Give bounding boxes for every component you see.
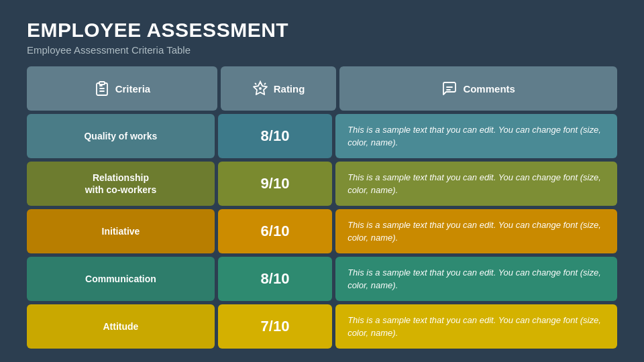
rating-value-2: 9/10 xyxy=(261,175,290,192)
rating-cell-4: 8/10 xyxy=(218,257,332,301)
table-row-2: Relationshipwith co-workers 9/10 This is… xyxy=(27,162,617,206)
clipboard-icon xyxy=(94,80,110,97)
header-comments: Comments xyxy=(339,66,617,111)
header-criteria: Criteria xyxy=(27,66,217,111)
comments-text-2: This is a sample text that you can edit.… xyxy=(347,171,605,197)
header-rating: Rating xyxy=(221,66,336,111)
rating-value-5: 7/10 xyxy=(261,318,290,335)
criteria-cell-2: Relationshipwith co-workers xyxy=(27,162,215,206)
comments-text-4: This is a sample text that you can edit.… xyxy=(347,266,605,292)
comments-text-5: This is a sample text that you can edit.… xyxy=(347,314,605,340)
rating-cell-1: 8/10 xyxy=(218,114,332,158)
table-row-4: Communication 8/10 This is a sample text… xyxy=(27,257,617,301)
svg-line-8 xyxy=(255,84,256,84)
assessment-table: Criteria Rating Comments xyxy=(27,66,617,349)
header-comments-label: Comments xyxy=(463,83,515,95)
header-rating-label: Rating xyxy=(274,83,305,95)
table-row-5: Attitude 7/10 This is a sample text that… xyxy=(27,304,617,349)
header-criteria-label: Criteria xyxy=(115,83,151,95)
rating-value-4: 8/10 xyxy=(261,270,290,288)
comments-cell-1: This is a sample text that you can edit.… xyxy=(335,114,617,158)
rating-cell-5: 7/10 xyxy=(218,304,332,349)
criteria-text-3: Initiative xyxy=(102,225,140,237)
criteria-text-1: Quality of works xyxy=(84,130,157,142)
table-header: Criteria Rating Comments xyxy=(27,66,617,111)
criteria-cell-3: Initiative xyxy=(27,209,215,253)
main-title: EMPLOYEE ASSESSMENT xyxy=(27,19,617,42)
svg-line-7 xyxy=(264,84,265,84)
comments-text-3: This is a sample text that you can edit.… xyxy=(347,219,605,245)
rating-cell-2: 9/10 xyxy=(218,162,332,206)
svg-rect-0 xyxy=(99,82,105,84)
criteria-text-2: Relationshipwith co-workers xyxy=(85,172,157,196)
criteria-text-4: Communication xyxy=(85,273,156,285)
table-row-3: Initiative 6/10 This is a sample text th… xyxy=(27,209,617,253)
criteria-cell-1: Quality of works xyxy=(27,114,215,158)
table-row-1: Quality of works 8/10 This is a sample t… xyxy=(27,114,617,158)
criteria-text-5: Attitude xyxy=(103,320,139,333)
comments-text-1: This is a sample text that you can edit.… xyxy=(347,123,605,149)
svg-point-5 xyxy=(259,87,262,90)
rating-value-3: 6/10 xyxy=(261,223,290,240)
comments-cell-4: This is a sample text that you can edit.… xyxy=(335,257,617,301)
comments-cell-2: This is a sample text that you can edit.… xyxy=(335,162,617,206)
comments-cell-5: This is a sample text that you can edit.… xyxy=(335,304,617,349)
rating-value-1: 8/10 xyxy=(261,127,290,145)
rating-cell-3: 6/10 xyxy=(218,209,332,253)
star-icon xyxy=(252,80,268,97)
sub-title: Employee Assessment Criteria Table xyxy=(27,44,617,56)
comment-icon xyxy=(441,80,458,97)
criteria-cell-4: Communication xyxy=(27,257,215,301)
comments-cell-3: This is a sample text that you can edit.… xyxy=(335,209,617,253)
criteria-cell-5: Attitude xyxy=(27,304,215,349)
